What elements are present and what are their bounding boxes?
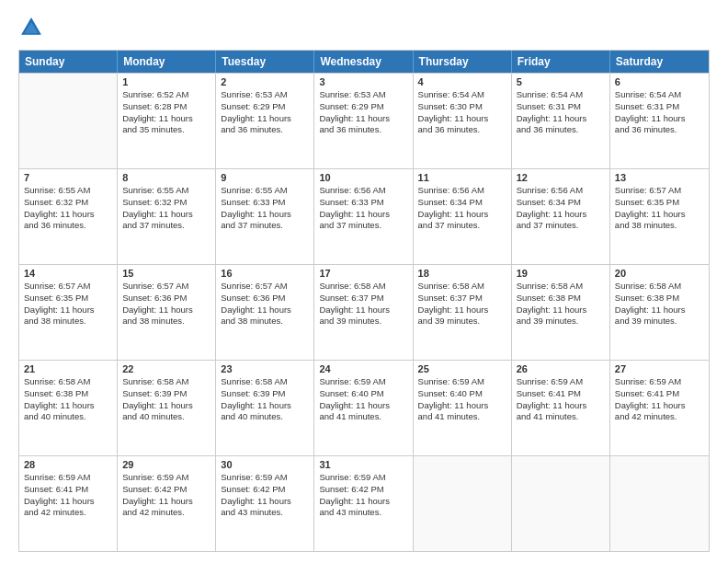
calendar-row-2: 14Sunrise: 6:57 AMSunset: 6:35 PMDayligh… (19, 265, 709, 361)
cell-info-line: Sunrise: 6:57 AM (24, 281, 112, 293)
cell-info-line: Sunset: 6:42 PM (319, 484, 407, 496)
cell-info-line: Daylight: 11 hours (319, 400, 407, 412)
cell-info-line: Sunset: 6:30 PM (418, 101, 506, 113)
cell-info-line: and 37 minutes. (319, 220, 407, 232)
cell-info-line: Sunset: 6:34 PM (517, 197, 605, 209)
day-number: 31 (319, 459, 407, 470)
cell-info-line: and 37 minutes. (517, 220, 605, 232)
calendar-cell: 12Sunrise: 6:56 AMSunset: 6:34 PMDayligh… (512, 169, 610, 264)
calendar-cell: 21Sunrise: 6:58 AMSunset: 6:38 PMDayligh… (19, 361, 118, 455)
day-number: 23 (221, 363, 309, 374)
cell-info-line: Daylight: 11 hours (24, 304, 112, 316)
cell-info-line: Sunset: 6:29 PM (319, 101, 407, 113)
cell-info-line: Sunrise: 6:59 AM (517, 376, 605, 388)
day-number: 5 (517, 76, 605, 87)
cell-info-line: Sunset: 6:34 PM (418, 197, 506, 209)
cell-info-line: Sunrise: 6:53 AM (221, 89, 309, 101)
day-number: 13 (615, 172, 704, 183)
day-number: 21 (24, 363, 112, 374)
cell-info-line: and 39 minutes. (517, 316, 605, 327)
calendar-cell (19, 74, 118, 168)
header-day-wednesday: Wednesday (314, 51, 413, 73)
logo (18, 15, 48, 40)
header-day-tuesday: Tuesday (216, 51, 314, 73)
day-number: 6 (615, 76, 704, 87)
calendar-cell (414, 456, 512, 551)
cell-info-line: and 43 minutes. (221, 507, 309, 519)
cell-info-line: and 39 minutes. (615, 316, 704, 327)
cell-info-line: Sunset: 6:40 PM (418, 388, 506, 400)
cell-info-line: and 40 minutes. (221, 411, 309, 423)
cell-info-line: Sunrise: 6:57 AM (615, 185, 704, 197)
cell-info-line: Sunset: 6:38 PM (615, 293, 704, 304)
day-number: 24 (319, 363, 407, 374)
cell-info-line: Daylight: 11 hours (319, 304, 407, 316)
cell-info-line: Sunset: 6:37 PM (418, 293, 506, 304)
calendar-cell: 16Sunrise: 6:57 AMSunset: 6:36 PMDayligh… (216, 265, 314, 360)
cell-info-line: Sunrise: 6:55 AM (24, 185, 112, 197)
calendar-cell: 4Sunrise: 6:54 AMSunset: 6:30 PMDaylight… (414, 74, 512, 168)
cell-info-line: Sunrise: 6:59 AM (24, 472, 112, 484)
day-number: 12 (517, 172, 605, 183)
day-number: 15 (122, 268, 210, 279)
calendar-row-1: 7Sunrise: 6:55 AMSunset: 6:32 PMDaylight… (19, 169, 709, 265)
calendar-body: 1Sunrise: 6:52 AMSunset: 6:28 PMDaylight… (18, 74, 710, 552)
cell-info-line: Daylight: 11 hours (24, 400, 112, 412)
cell-info-line: Sunset: 6:39 PM (221, 388, 309, 400)
cell-info-line: and 36 minutes. (517, 124, 605, 136)
day-number: 29 (122, 459, 210, 470)
cell-info-line: Sunset: 6:35 PM (615, 197, 704, 209)
calendar-cell: 9Sunrise: 6:55 AMSunset: 6:33 PMDaylight… (216, 169, 314, 264)
header-day-friday: Friday (512, 51, 610, 73)
header (18, 15, 710, 40)
cell-info-line: Sunrise: 6:56 AM (319, 185, 407, 197)
cell-info-line: Daylight: 11 hours (517, 400, 605, 412)
calendar-cell: 3Sunrise: 6:53 AMSunset: 6:29 PMDaylight… (314, 74, 413, 168)
day-number: 10 (319, 172, 407, 183)
cell-info-line: Daylight: 11 hours (517, 113, 605, 125)
cell-info-line: Sunrise: 6:58 AM (122, 376, 210, 388)
cell-info-line: and 42 minutes. (24, 507, 112, 519)
cell-info-line: Daylight: 11 hours (418, 400, 506, 412)
calendar-cell: 26Sunrise: 6:59 AMSunset: 6:41 PMDayligh… (512, 361, 610, 455)
cell-info-line: Daylight: 11 hours (615, 304, 704, 316)
cell-info-line: Sunset: 6:42 PM (221, 484, 309, 496)
cell-info-line: Sunset: 6:36 PM (221, 293, 309, 304)
cell-info-line: Daylight: 11 hours (319, 113, 407, 125)
calendar-cell: 17Sunrise: 6:58 AMSunset: 6:37 PMDayligh… (314, 265, 413, 360)
cell-info-line: Daylight: 11 hours (221, 209, 309, 221)
day-number: 28 (24, 459, 112, 470)
cell-info-line: Daylight: 11 hours (615, 400, 704, 412)
day-number: 18 (418, 268, 506, 279)
cell-info-line: and 37 minutes. (221, 220, 309, 232)
cell-info-line: Sunrise: 6:54 AM (615, 89, 704, 101)
cell-info-line: Sunset: 6:41 PM (615, 388, 704, 400)
calendar-cell: 25Sunrise: 6:59 AMSunset: 6:40 PMDayligh… (414, 361, 512, 455)
cell-info-line: Sunrise: 6:58 AM (24, 376, 112, 388)
cell-info-line: Sunset: 6:36 PM (122, 293, 210, 304)
calendar-cell: 27Sunrise: 6:59 AMSunset: 6:41 PMDayligh… (610, 361, 709, 455)
cell-info-line: Sunrise: 6:56 AM (517, 185, 605, 197)
cell-info-line: Daylight: 11 hours (615, 209, 704, 221)
cell-info-line: Sunset: 6:38 PM (24, 388, 112, 400)
cell-info-line: Daylight: 11 hours (517, 304, 605, 316)
cell-info-line: Sunrise: 6:58 AM (221, 376, 309, 388)
day-number: 2 (221, 76, 309, 87)
cell-info-line: Daylight: 11 hours (221, 113, 309, 125)
cell-info-line: Sunrise: 6:59 AM (221, 472, 309, 484)
cell-info-line: Sunset: 6:41 PM (517, 388, 605, 400)
cell-info-line: and 40 minutes. (24, 411, 112, 423)
cell-info-line: and 36 minutes. (319, 124, 407, 136)
cell-info-line: Sunset: 6:32 PM (24, 197, 112, 209)
cell-info-line: Sunrise: 6:54 AM (418, 89, 506, 101)
cell-info-line: Daylight: 11 hours (221, 304, 309, 316)
calendar: SundayMondayTuesdayWednesdayThursdayFrid… (18, 50, 710, 552)
cell-info-line: Sunrise: 6:59 AM (615, 376, 704, 388)
calendar-cell: 29Sunrise: 6:59 AMSunset: 6:42 PMDayligh… (118, 456, 216, 551)
calendar-cell: 30Sunrise: 6:59 AMSunset: 6:42 PMDayligh… (216, 456, 314, 551)
cell-info-line: Sunrise: 6:55 AM (221, 185, 309, 197)
cell-info-line: and 38 minutes. (221, 316, 309, 327)
calendar-cell: 15Sunrise: 6:57 AMSunset: 6:36 PMDayligh… (118, 265, 216, 360)
cell-info-line: and 39 minutes. (319, 316, 407, 327)
calendar-cell (610, 456, 709, 551)
